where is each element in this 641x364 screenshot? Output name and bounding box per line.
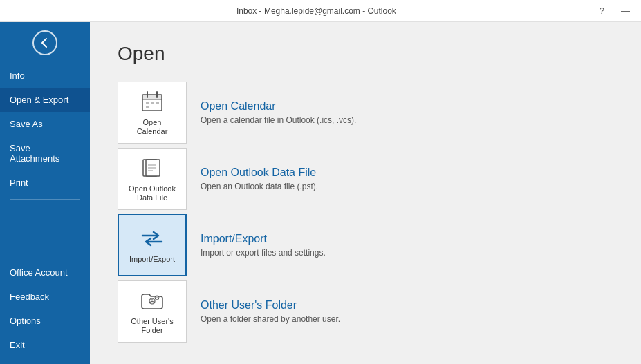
- other-users-folder-icon: [140, 288, 165, 313]
- open-calendar-tile-label: OpenCalendar: [137, 118, 168, 136]
- page-title: Open: [118, 43, 613, 65]
- import-export-info: Import/Export Import or export files and…: [201, 233, 326, 258]
- svg-point-19: [156, 296, 158, 298]
- other-users-folder-tile-label: Other User'sFolder: [131, 317, 173, 335]
- svg-rect-7: [156, 102, 159, 104]
- minimize-button[interactable]: —: [618, 6, 633, 16]
- back-circle-icon: [32, 30, 57, 55]
- open-outlook-data-tile[interactable]: Open OutlookData File: [118, 148, 187, 210]
- open-outlook-data-tile-label: Open OutlookData File: [129, 184, 176, 202]
- back-button[interactable]: [0, 22, 90, 64]
- other-users-folder-tile[interactable]: Other User'sFolder: [118, 280, 187, 343]
- option-row-open-outlook-data: Open OutlookData File Open Outlook Data …: [118, 148, 613, 210]
- app-body: Info Open & Export Save As Save Attachme…: [0, 22, 641, 364]
- option-row-open-calendar: OpenCalendar Open Calendar Open a calend…: [118, 82, 613, 144]
- import-export-tile[interactable]: Import/Export: [118, 214, 187, 276]
- svg-rect-5: [146, 102, 149, 104]
- sidebar-bottom: Office Account Feedback Options Exit: [0, 260, 90, 364]
- sidebar-item-feedback[interactable]: Feedback: [0, 285, 90, 309]
- options-list: OpenCalendar Open Calendar Open a calend…: [118, 82, 613, 343]
- option-row-import-export: Import/Export Import/Export Import or ex…: [118, 214, 613, 276]
- sidebar-item-open-export[interactable]: Open & Export: [0, 88, 90, 112]
- open-outlook-data-desc: Open an Outlook data file (.pst).: [201, 182, 318, 191]
- sidebar-item-exit[interactable]: Exit: [0, 333, 90, 357]
- open-outlook-data-info: Open Outlook Data File Open an Outlook d…: [201, 166, 318, 191]
- sidebar-nav: Info Open & Export Save As Save Attachme…: [0, 64, 90, 260]
- sidebar-divider: [10, 199, 80, 200]
- calendar-icon: [140, 89, 165, 114]
- svg-rect-1: [142, 95, 162, 99]
- sidebar: Info Open & Export Save As Save Attachme…: [0, 22, 90, 364]
- sidebar-item-save-attachments[interactable]: Save Attachments: [0, 136, 90, 171]
- title-bar-text: Inbox - Megha.lepide@gmail.com - Outlook: [36, 6, 597, 16]
- import-export-icon: [140, 226, 165, 251]
- import-export-title[interactable]: Import/Export: [201, 233, 326, 245]
- outlook-data-icon: [140, 155, 165, 180]
- sidebar-item-office-account[interactable]: Office Account: [0, 260, 90, 285]
- import-export-desc: Import or export files and settings.: [201, 248, 326, 258]
- open-calendar-tile[interactable]: OpenCalendar: [118, 82, 187, 144]
- sidebar-item-info[interactable]: Info: [0, 64, 90, 88]
- other-users-folder-desc: Open a folder shared by another user.: [201, 314, 340, 324]
- open-outlook-data-title[interactable]: Open Outlook Data File: [201, 166, 318, 179]
- sidebar-item-options[interactable]: Options: [0, 309, 90, 333]
- help-button[interactable]: ?: [597, 6, 607, 16]
- svg-rect-8: [146, 106, 149, 108]
- other-users-folder-info: Other User's Folder Open a folder shared…: [201, 299, 340, 324]
- open-calendar-info: Open Calendar Open a calendar file in Ou…: [201, 100, 356, 125]
- import-export-tile-label: Import/Export: [129, 255, 175, 264]
- option-row-other-users-folder: Other User'sFolder Other User's Folder O…: [118, 280, 613, 343]
- main-content: Open: [90, 22, 641, 364]
- title-bar: Inbox - Megha.lepide@gmail.com - Outlook…: [0, 0, 641, 22]
- svg-point-17: [151, 298, 154, 300]
- open-calendar-title[interactable]: Open Calendar: [201, 100, 356, 113]
- sidebar-item-save-as[interactable]: Save As: [0, 112, 90, 136]
- open-calendar-desc: Open a calendar file in Outlook (.ics, .…: [201, 115, 356, 125]
- title-bar-controls: ? —: [597, 6, 633, 16]
- svg-rect-6: [151, 102, 154, 104]
- sidebar-item-print[interactable]: Print: [0, 171, 90, 195]
- other-users-folder-title[interactable]: Other User's Folder: [201, 299, 340, 312]
